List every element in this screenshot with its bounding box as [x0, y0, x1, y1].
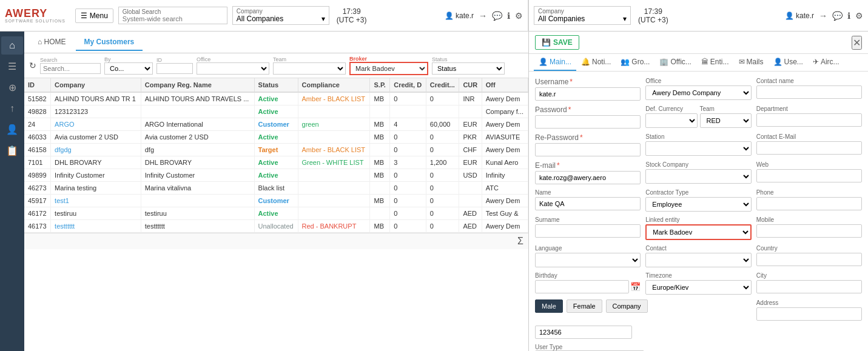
settings-icon[interactable]: ⚙	[515, 11, 523, 21]
address-input[interactable]	[756, 307, 862, 321]
rp-tab-use---[interactable]: 👤Use...	[769, 54, 808, 71]
gender-company-button[interactable]: Company	[606, 299, 648, 313]
username-field: Username *	[535, 78, 641, 101]
sidebar-item-add[interactable]: ⊕	[1, 78, 23, 97]
right-company-selector[interactable]: Company All Companies ▾	[534, 6, 631, 25]
rp-tab-gro---[interactable]: 👥Gro...	[616, 54, 654, 71]
email-input[interactable]	[535, 171, 641, 184]
table-cell: AVIASUITE	[482, 131, 528, 144]
refresh-icon[interactable]: ↻	[29, 61, 36, 70]
sidebar-item-docs[interactable]: 📋	[1, 141, 23, 160]
right-chat-icon[interactable]: 💬	[832, 11, 843, 21]
rp-tab-enti---[interactable]: 🏛Enti...	[696, 54, 734, 71]
rp-tab-offic---[interactable]: 🏢Offic...	[654, 54, 696, 71]
table-cell: ALHIND TOURS AND TR 1	[51, 92, 141, 105]
repassword-input[interactable]	[535, 143, 641, 156]
username-input[interactable]	[535, 87, 641, 101]
table-row[interactable]: 49828123123123ActiveCompany f...	[24, 105, 528, 118]
save-button[interactable]: 💾 SAVE	[535, 35, 579, 50]
phone-input[interactable]	[756, 197, 862, 210]
gender-female-button[interactable]: Female	[567, 299, 602, 313]
office-right-field: Office Awery Demo Company	[645, 78, 751, 101]
rp-tab-mails[interactable]: ✉Mails	[734, 54, 769, 71]
surname-input[interactable]	[535, 224, 641, 238]
right-settings-icon[interactable]: ⚙	[855, 11, 863, 21]
office-select[interactable]	[197, 62, 269, 75]
column-header-company-reg--name: Company Reg. Name	[141, 78, 254, 92]
logout-icon[interactable]: →	[479, 11, 487, 21]
phone-number-input[interactable]	[535, 326, 632, 339]
sigma-button[interactable]: Σ	[517, 236, 523, 246]
table-cell: INR	[459, 92, 482, 105]
rp-tab-main---[interactable]: 👤Main...	[534, 54, 576, 71]
linked-entity-select[interactable]: Mark Badoev	[645, 224, 751, 240]
birthday-input[interactable]	[535, 280, 629, 293]
right-logout-icon[interactable]: →	[819, 11, 827, 21]
menu-button[interactable]: ☰ Menu	[75, 8, 113, 23]
sidebar-item-home[interactable]: ⌂	[1, 36, 23, 55]
table-cell	[370, 105, 390, 118]
table-row[interactable]: 46173testttttttesttttttUnallocatedRed - …	[24, 220, 528, 233]
language-select[interactable]	[535, 253, 641, 267]
station-select[interactable]	[645, 141, 751, 156]
calendar-icon[interactable]: 📅	[630, 282, 641, 292]
status-filter: Status Status	[432, 56, 505, 75]
contact-name-input[interactable]	[756, 85, 862, 99]
table-row[interactable]: 7101DHL BROVARYDHL BROVARYActiveGreen - …	[24, 156, 528, 169]
broker-select[interactable]: Mark Badoev	[349, 62, 428, 75]
mobile-input[interactable]	[756, 224, 862, 238]
info-icon[interactable]: ℹ	[507, 11, 510, 21]
name-input[interactable]	[535, 197, 641, 210]
table-row[interactable]: 49899Infinity CustomerInfinity CustomerA…	[24, 169, 528, 182]
rp-tab-airc---[interactable]: ✈Airc...	[808, 54, 844, 71]
city-input[interactable]	[756, 280, 862, 293]
gender-male-button[interactable]: Male	[535, 299, 563, 313]
email-field: E-mail *	[535, 161, 641, 184]
tab-my-customers[interactable]: My Customers	[76, 34, 143, 51]
tab-home[interactable]: ⌂ HOME	[29, 34, 75, 51]
department-input[interactable]	[756, 113, 862, 127]
table-row[interactable]: 46172testiruutestiruuActive00AEDTest Guy…	[24, 207, 528, 220]
status-select[interactable]: Status	[432, 62, 505, 75]
company-selector[interactable]: Company All Companies ▾	[232, 6, 329, 25]
sidebar-item-upload[interactable]: ↑	[1, 99, 23, 118]
contact-email-input[interactable]	[756, 141, 862, 155]
office-right-select[interactable]: Awery Demo Company	[645, 85, 751, 100]
id-input[interactable]	[156, 63, 193, 74]
office-filter: Office	[197, 56, 269, 75]
table-cell: 45917	[24, 195, 51, 207]
table-row[interactable]: 46033Avia customer 2 USDAvia customer 2 …	[24, 131, 528, 144]
table-row[interactable]: 51582ALHIND TOURS AND TR 1ALHIND TOURS A…	[24, 92, 528, 105]
contractor-type-select[interactable]: Employee	[645, 197, 751, 212]
sidebar-item-user[interactable]: 👤	[1, 120, 23, 139]
table-row[interactable]: 46158dfgdgdfgTargetAmber - BLACK LIST00C…	[24, 144, 528, 156]
team-select[interactable]	[273, 62, 346, 75]
table-cell: 1,200	[426, 156, 459, 169]
sidebar-item-list[interactable]: ☰	[1, 57, 23, 76]
contact-name-field: Contact name	[756, 78, 862, 101]
contact-select[interactable]	[645, 253, 751, 267]
rp-tab-noti---[interactable]: 🔔Noti...	[576, 54, 616, 71]
stock-company-field: Stock Company	[645, 161, 751, 184]
table-row[interactable]: 46273Marina testingMarina vitalivnaBlack…	[24, 182, 528, 195]
table-row[interactable]: 24ARGOARGO InternationalCustomergreenMB4…	[24, 118, 528, 131]
password-input[interactable]	[535, 115, 641, 129]
stock-company-select[interactable]	[645, 169, 751, 184]
right-info-icon[interactable]: ℹ	[847, 11, 850, 21]
right-user-button[interactable]: 👤 kate.r	[785, 12, 814, 20]
team-right-select[interactable]: RED	[700, 113, 752, 128]
country-input[interactable]	[756, 253, 862, 266]
def-currency-select[interactable]	[645, 113, 697, 128]
table-cell: Active	[254, 105, 298, 118]
timezone-select[interactable]: Europe/Kiev	[645, 280, 751, 295]
web-input[interactable]	[756, 169, 862, 182]
search-input[interactable]	[40, 63, 101, 74]
by-select[interactable]: Co...	[104, 62, 153, 75]
user-button[interactable]: 👤 kate.r	[445, 12, 474, 20]
close-button[interactable]: ✕	[852, 36, 862, 50]
table-cell: DHL BROVARY	[141, 156, 254, 169]
global-search-input[interactable]	[123, 15, 223, 22]
table-row[interactable]: 45917test1CustomerMB00Awery Dem	[24, 195, 528, 207]
chat-icon[interactable]: 💬	[492, 11, 502, 21]
user-type-section: User Type GENERAL	[535, 344, 862, 351]
